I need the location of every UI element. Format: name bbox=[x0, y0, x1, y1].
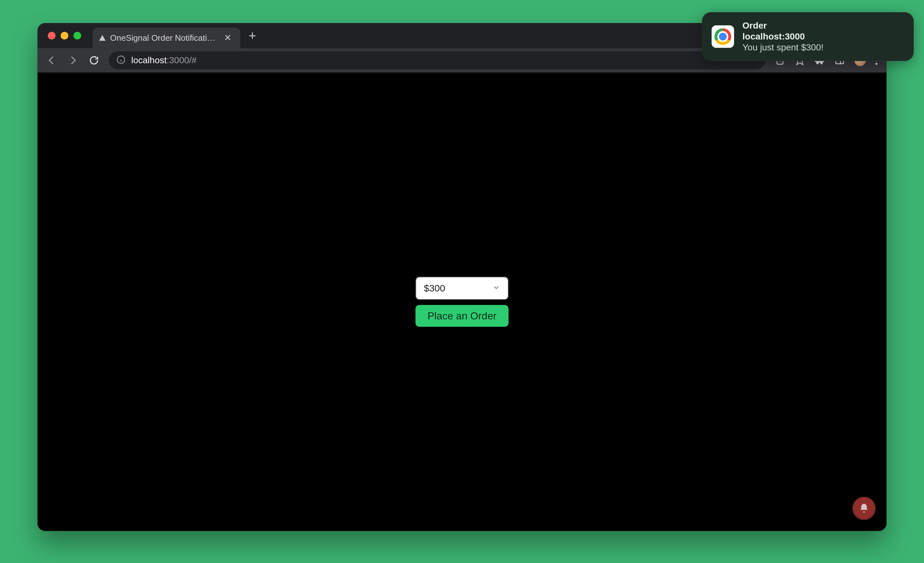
window-maximize-button[interactable] bbox=[74, 32, 81, 39]
site-info-icon[interactable] bbox=[117, 55, 126, 66]
tab-close-button[interactable]: ✕ bbox=[224, 33, 231, 42]
chrome-icon bbox=[714, 28, 731, 45]
browser-tab[interactable]: OneSignal Order Notification A ✕ bbox=[93, 28, 240, 48]
url-host: localhost bbox=[131, 55, 167, 66]
notification-body: Order localhost:3000 You just spent $300… bbox=[742, 21, 824, 53]
arrow-right-icon bbox=[68, 55, 78, 66]
notification-title: Order bbox=[742, 21, 824, 31]
reload-icon bbox=[88, 55, 99, 66]
window-close-button[interactable] bbox=[48, 32, 56, 39]
tab-favicon-icon bbox=[99, 35, 105, 41]
back-button[interactable] bbox=[43, 51, 61, 69]
new-tab-button[interactable]: + bbox=[244, 29, 261, 43]
window-controls bbox=[44, 32, 89, 39]
notification-app-icon bbox=[712, 26, 734, 48]
arrow-left-icon bbox=[46, 55, 57, 66]
bell-icon bbox=[858, 503, 870, 514]
notification-message: You just spent $300! bbox=[742, 42, 824, 53]
chevron-down-icon bbox=[492, 283, 500, 294]
window-minimize-button[interactable] bbox=[61, 32, 68, 39]
system-notification[interactable]: Order localhost:3000 You just spent $300… bbox=[702, 12, 914, 61]
address-bar[interactable]: localhost:3000/# bbox=[109, 51, 765, 69]
browser-window: OneSignal Order Notification A ✕ + local… bbox=[38, 23, 886, 531]
tab-title: OneSignal Order Notification A bbox=[110, 33, 219, 43]
reload-button[interactable] bbox=[85, 51, 103, 69]
notification-source: localhost:3000 bbox=[742, 32, 824, 42]
place-order-button[interactable]: Place an Order bbox=[416, 305, 508, 327]
url-text: localhost:3000/# bbox=[131, 55, 196, 66]
url-path: :3000/# bbox=[167, 55, 196, 66]
amount-select[interactable]: $300 bbox=[416, 277, 508, 300]
amount-select-value: $300 bbox=[424, 283, 446, 294]
page-content: $300 Place an Order bbox=[38, 72, 886, 531]
forward-button[interactable] bbox=[64, 51, 82, 69]
notification-bell-fab[interactable] bbox=[852, 497, 876, 520]
